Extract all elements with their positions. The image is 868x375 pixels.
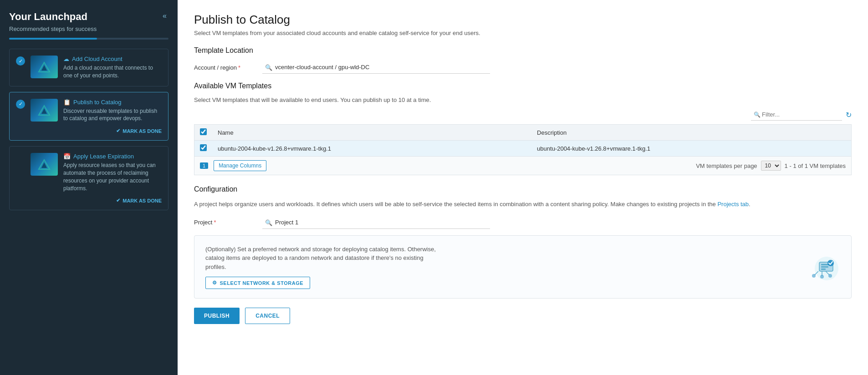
select-all-checkbox[interactable] <box>200 128 207 135</box>
project-required-star: * <box>214 219 216 226</box>
sidebar-progress-track <box>9 38 168 40</box>
check-circle-icon: ✔ <box>116 128 120 134</box>
row-name: ubuntu-2004-kube-v1.26.8+vmware.1-tkg.1 <box>212 141 531 157</box>
row-checkbox-cell <box>194 141 213 157</box>
card-content-publish: 📋 Publish to Catalog Discover reusable t… <box>63 99 162 123</box>
project-row: Project * 🔍 <box>194 216 852 229</box>
table-row: ubuntu-2004-kube-v1.26.8+vmware.1-tkg.1 … <box>194 141 852 157</box>
publish-catalog-icon <box>31 99 58 122</box>
sidebar-title: Your Launchpad <box>9 11 87 23</box>
select-network-storage-button[interactable]: ⚙ SELECT NETWORK & STORAGE <box>205 277 310 289</box>
page-subtitle: Select VM templates from your associated… <box>194 30 852 36</box>
svg-point-16 <box>812 274 816 278</box>
row-description: ubuntu-2004-kube-v1.26.8+vmware.1-tkg.1 <box>531 141 851 157</box>
svg-rect-12 <box>821 266 828 268</box>
lease-expiration-icon <box>31 153 58 176</box>
header-description: Description <box>531 125 851 141</box>
cloud-icon: ☁ <box>63 56 69 62</box>
vm-templates-table: Name Description ubuntu-2004-kube-v1.26.… <box>194 124 852 157</box>
add-cloud-desc: Add a cloud account that connects to one… <box>63 64 162 80</box>
sidebar-card-top-3: 📅 Apply Lease Expiration Apply resource … <box>16 153 162 192</box>
refresh-button[interactable]: ↻ <box>846 109 852 121</box>
table-body: ubuntu-2004-kube-v1.26.8+vmware.1-tkg.1 … <box>194 141 852 157</box>
project-input[interactable] <box>262 216 490 229</box>
sidebar-collapse-button[interactable]: « <box>161 11 168 21</box>
header-name: Name <box>212 125 531 141</box>
project-label: Project * <box>194 219 253 226</box>
per-page-label: VM templates per page <box>696 162 757 169</box>
mark-as-done-lease[interactable]: ✔ MARK AS DONE <box>116 198 162 203</box>
check-circle-icon-2: ✔ <box>116 198 120 203</box>
cancel-button[interactable]: CANCEL <box>245 308 290 324</box>
account-region-label: Account / region * <box>194 64 253 71</box>
catalog-icon: 📋 <box>63 99 71 106</box>
project-search-icon: 🔍 <box>265 219 272 226</box>
card-content-lease: 📅 Apply Lease Expiration Apply resource … <box>63 153 162 192</box>
network-storage-box: (Optionally) Set a preferred network and… <box>194 235 852 299</box>
table-footer: 1 Manage Columns VM templates per page 1… <box>194 157 852 175</box>
table-header: Name Description <box>194 125 852 141</box>
card-check-publish: ✓ <box>16 100 25 109</box>
template-location-title: Template Location <box>194 46 852 55</box>
table-toolbar: 🔍 ↻ <box>194 109 852 121</box>
action-bar: PUBLISH CANCEL <box>194 308 852 324</box>
project-input-wrap: 🔍 <box>262 216 490 229</box>
account-region-row: Account / region * 🔍 <box>194 61 852 74</box>
sidebar-card-top: ✓ ☁ Add Cloud Account Add a cloud accoun… <box>16 56 162 80</box>
network-storage-content: (Optionally) Set a preferred network and… <box>205 245 442 289</box>
calendar-icon: 📅 <box>63 153 71 160</box>
publish-catalog-desc: Discover reusable templates to publish t… <box>63 107 162 123</box>
apply-lease-link[interactable]: 📅 Apply Lease Expiration <box>63 153 162 160</box>
required-star: * <box>238 64 240 71</box>
filter-search-icon: 🔍 <box>754 111 761 118</box>
per-page-select[interactable]: 10 25 50 <box>761 161 781 171</box>
manage-columns-button[interactable]: Manage Columns <box>214 160 266 171</box>
add-cloud-link[interactable]: ☁ Add Cloud Account <box>63 56 162 62</box>
header-checkbox-cell <box>194 125 213 141</box>
svg-point-18 <box>820 275 824 279</box>
sidebar-card-top-2: ✓ 📋 Publish to Catalog Discover reusable… <box>16 99 162 123</box>
sidebar-card-add-cloud: ✓ ☁ Add Cloud Account Add a cloud accoun… <box>9 49 168 86</box>
sidebar-progress-bar <box>9 38 97 40</box>
network-settings-icon: ⚙ <box>212 280 217 286</box>
sidebar: Your Launchpad « Recommended steps for s… <box>0 0 178 375</box>
publish-button[interactable]: PUBLISH <box>194 308 240 324</box>
vm-templates-desc: Select VM templates that will be availab… <box>194 96 852 103</box>
account-region-input-wrap: 🔍 <box>262 61 490 74</box>
vm-templates-title: Available VM Templates <box>194 82 852 90</box>
page-title: Publish to Catalog <box>194 13 852 27</box>
card-content-add-cloud: ☁ Add Cloud Account Add a cloud account … <box>63 56 162 80</box>
svg-point-20 <box>828 274 832 278</box>
cloud-account-icon <box>31 56 58 78</box>
config-description: A project helps organize users and workl… <box>194 200 852 209</box>
filter-wrap: 🔍 <box>751 109 842 121</box>
card-check-add-cloud: ✓ <box>16 56 25 66</box>
main-content: Publish to Catalog Select VM templates f… <box>178 0 868 375</box>
apply-lease-desc: Apply resource leases so that you can au… <box>63 162 162 192</box>
row-checkbox[interactable] <box>200 144 207 151</box>
sidebar-card-apply-lease: 📅 Apply Lease Expiration Apply resource … <box>9 146 168 210</box>
account-region-input[interactable] <box>262 61 490 74</box>
network-storage-text: (Optionally) Set a preferred network and… <box>205 245 442 272</box>
selected-count-badge: 1 <box>200 162 208 169</box>
configuration-title: Configuration <box>194 185 852 193</box>
mark-as-done-publish[interactable]: ✔ MARK AS DONE <box>116 128 162 134</box>
network-storage-illustration <box>804 251 840 283</box>
svg-rect-13 <box>821 269 826 270</box>
publish-catalog-link[interactable]: 📋 Publish to Catalog <box>63 99 162 106</box>
sidebar-header: Your Launchpad « <box>9 11 168 23</box>
sidebar-subtitle: Recommended steps for success <box>9 25 168 32</box>
pagination-label: 1 - 1 of 1 VM templates <box>785 162 846 169</box>
projects-tab-link[interactable]: Projects tab <box>717 201 749 208</box>
sidebar-card-publish-catalog: ✓ 📋 Publish to Catalog Discover reusable… <box>9 92 168 141</box>
filter-input[interactable] <box>751 109 842 121</box>
search-icon: 🔍 <box>265 64 272 71</box>
